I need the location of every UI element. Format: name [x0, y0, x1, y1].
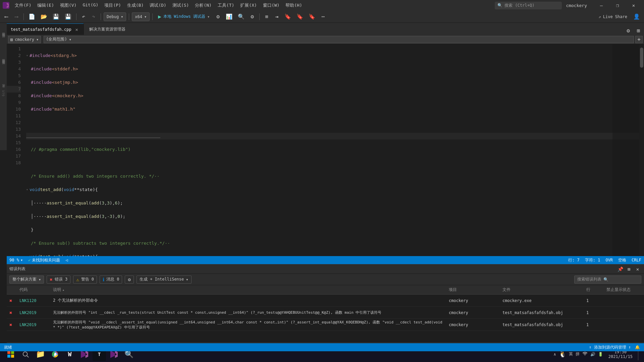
toolbar-bookmark[interactable]: 🔖 [282, 12, 293, 21]
zoom-level[interactable]: 90 % ▾ [9, 258, 23, 262]
warnings-filter-btn[interactable]: ⚠ 警告 0 [73, 276, 97, 284]
toolbar-indent[interactable]: ⇥ [272, 12, 281, 21]
toolbar-more1[interactable]: ⚙ [248, 12, 257, 21]
toolbar-account[interactable]: 👤 [631, 12, 642, 21]
menu-window[interactable]: 窗口(W) [260, 1, 282, 10]
col-suppress-label: 禁止显示状态 [606, 287, 631, 292]
scrollbar[interactable] [639, 44, 644, 256]
row2-code[interactable]: LNK2019 [17, 310, 50, 315]
menu-project[interactable]: 项目(P) [102, 1, 123, 10]
scroll-indicator[interactable]: ◁ [65, 258, 68, 262]
activity-git[interactable]: Git更改 [0, 79, 7, 106]
code-content[interactable]: #include <stdarg.h> #include <stddef.h> … [23, 44, 644, 256]
line-ending-status[interactable]: CRLF [632, 257, 641, 263]
row2-line: 1 [584, 310, 604, 315]
char-status[interactable]: 字符: 1 [585, 257, 600, 263]
col-file-header[interactable]: 文件 [500, 287, 584, 293]
panel-pin-btn[interactable]: 📌 [616, 265, 624, 273]
scrollbar-thumb[interactable] [640, 48, 643, 68]
toolbar-open[interactable]: 📂 [39, 12, 49, 21]
row1-code[interactable]: LNK1120 [17, 298, 50, 303]
tab-settings-btn[interactable]: ⚙ [624, 26, 633, 35]
tray-wifi[interactable] [582, 351, 588, 357]
menu-help[interactable]: 帮助(H) [283, 1, 305, 10]
tab-solution-explorer[interactable]: 解决方案资源管理器 [84, 23, 131, 35]
toolbar-bookmark2[interactable]: 🔖 [294, 12, 305, 21]
live-share-button[interactable]: ⇗ Live Share [596, 14, 630, 20]
tray-qq[interactable]: 🐧 [559, 351, 566, 358]
panel-dock-btn[interactable]: ⊞ [625, 265, 633, 273]
panel-close-btn[interactable]: ✕ [634, 265, 641, 273]
search-box[interactable]: 🔍 搜索 (Ctrl+Q) [495, 2, 562, 9]
scope-dropdown[interactable]: ▤ cmockery ▾ [8, 36, 41, 43]
menu-view[interactable]: 视图(V) [57, 1, 79, 10]
toolbar-perf[interactable]: 📊 [224, 12, 234, 21]
platform-dropdown[interactable]: x64 ▾ [132, 12, 150, 21]
code-editor[interactable]: 12345 678910 1112131415 161718 #include … [7, 44, 644, 256]
tab-expand-btn[interactable]: ⊞ [634, 26, 643, 35]
spaces-label: 空格 [618, 257, 626, 263]
tray-battery[interactable]: 🔋 [598, 352, 603, 357]
toolbar-undo[interactable]: ↶ [79, 12, 88, 21]
toolbar-forward[interactable]: ⟶ [12, 12, 21, 21]
source-control-btn[interactable]: ↑ 添加到源代码管理 ↑ [589, 345, 631, 350]
col-suppress-header[interactable]: 禁止显示状态 [604, 287, 644, 293]
error-row-3[interactable]: ✖ LNK2019 无法解析的外部符号 "void __cdecl _asser… [7, 319, 644, 331]
build-filter-dropdown[interactable]: 生成 + IntelliSense ▾ [137, 276, 192, 284]
menu-edit[interactable]: 编辑(E) [35, 1, 56, 10]
col-line-header[interactable]: 行 [584, 287, 604, 293]
code-line-9 [26, 160, 644, 166]
menu-file[interactable]: 文件(F) [12, 1, 34, 10]
function-dropdown[interactable]: (全局范围) ▾ [44, 36, 634, 43]
maximize-button[interactable]: ❐ [610, 0, 625, 11]
col-project-header[interactable]: 项目 [446, 287, 500, 293]
error-row-2[interactable]: ✖ LNK2019 无法解析的外部符号 "int __cdecl _run_te… [7, 307, 644, 319]
svg-marker-1 [7, 3, 9, 8]
debug-config-dropdown[interactable]: Debug ▾ [104, 12, 126, 21]
activity-solution[interactable]: 解决方案资源管理器 [0, 52, 7, 79]
toolbar-analyze[interactable]: 🔍 [236, 12, 247, 21]
tray-input-pin[interactable]: 拼 [576, 351, 580, 357]
col-code-header[interactable]: 代码 [17, 287, 50, 293]
tools-filter-btn[interactable]: ⚙ [125, 276, 133, 284]
toolbar-bookmark3[interactable]: 🔖 [307, 12, 317, 21]
notification-btn[interactable]: 🔔 [635, 345, 640, 350]
toolbar-redo[interactable]: ↷ [89, 12, 98, 21]
tray-volume[interactable]: 🔊 [590, 352, 595, 357]
error-row-1[interactable]: ✖ LNK1120 2 个无法解析的外部命令 cmockery cmockery… [7, 295, 644, 307]
line-status[interactable]: 行: 7 [568, 257, 580, 263]
tray-input-en[interactable]: 英 [569, 351, 573, 357]
toolbar-format[interactable]: ≡ [262, 12, 271, 21]
minimize-button[interactable]: — [594, 0, 609, 11]
tab-cpp-close[interactable]: ✕ [74, 27, 79, 32]
error-search-box[interactable]: 搜索错误列表 🔍 [574, 276, 641, 284]
menu-analyze[interactable]: 分析(N) [192, 1, 214, 10]
menu-debug[interactable]: 调试(D) [147, 1, 169, 10]
tray-chevron[interactable]: ∧ [554, 352, 556, 357]
spaces-status[interactable]: 空格 [618, 257, 626, 263]
menu-git[interactable]: Git(G) [80, 1, 101, 10]
overwrite-status[interactable]: OVR [605, 257, 613, 263]
messages-filter-btn[interactable]: ℹ 消息 0 [100, 276, 122, 284]
menu-tools[interactable]: 工具(T) [215, 1, 237, 10]
run-button[interactable]: ▶ 本地 Windows 调试器 ▾ [155, 12, 212, 21]
close-button[interactable]: ✕ [626, 0, 641, 11]
toolbar-save[interactable]: 💾 [51, 12, 61, 21]
col-desc-header[interactable]: 说明 ▴ [50, 287, 446, 293]
menu-build[interactable]: 生成(B) [124, 1, 146, 10]
run-arrow: ▾ [207, 14, 210, 19]
activity-team[interactable]: 团队资源管理器 [0, 25, 7, 52]
toolbar-save-all[interactable]: 💾 [63, 12, 73, 21]
toolbar-new[interactable]: 📄 [26, 12, 37, 21]
toolbar-back[interactable]: ⟵ [2, 12, 11, 21]
toolbar-attach[interactable]: ⚙ [214, 12, 222, 21]
menu-extensions[interactable]: 扩展(X) [237, 1, 259, 10]
nav-add-btn[interactable]: + [635, 36, 643, 43]
menu-test[interactable]: 测试(S) [170, 1, 192, 10]
scope-dropdown[interactable]: 整个解决方案 ▾ [9, 276, 44, 284]
toolbar-more2[interactable]: ⋯ [319, 12, 327, 21]
errors-filter-btn[interactable]: ✖ 错误 3 [47, 276, 70, 284]
tab-cpp-file[interactable]: test_matsafasfafdsfah.cpp ✕ [7, 23, 84, 35]
row3-code[interactable]: LNK2019 [17, 322, 50, 327]
no-problems-status[interactable]: ✔ 未找到相关问题 [28, 257, 60, 263]
